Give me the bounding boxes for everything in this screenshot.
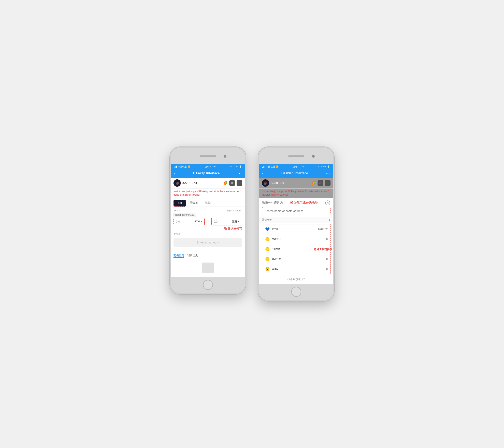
token-item-eth[interactable]: 💙 ETH 0.04152: [262, 224, 330, 234]
notice-left: Notice: We just support Rinkeby testnet …: [171, 188, 245, 198]
select-token-annotation: 选择兑换代币: [224, 227, 242, 231]
page-container: 中国联通 📶 上午 11:19 © 100% 🔋 ‹ BTswap Interf…: [170, 147, 334, 301]
adai-icon: 😮: [265, 266, 270, 272]
tab-bar-left: 兑换 资金池 奖励: [171, 198, 245, 207]
back-button-left[interactable]: ‹: [174, 171, 175, 176]
weth-name: WETH: [272, 238, 281, 241]
wifi-icon-right: 📶: [276, 165, 279, 168]
token-item-adai[interactable]: 😮 aDAI 0: [262, 264, 330, 274]
history-placeholder: [202, 263, 214, 273]
token-list-header: 通证名称 ↓: [259, 217, 333, 223]
nav-bar-left: ‹ BTswap Interface ···: [171, 169, 245, 178]
status-bar-right: 中国联通 📶 上午 11:20 © 100% 🔋: [259, 164, 333, 169]
history-tabs-left: 交易历史 我的历史: [171, 252, 245, 258]
speaker-left: [200, 155, 216, 157]
phone-bottom-left: [171, 277, 245, 293]
eth-icon: 💙: [265, 226, 270, 232]
signal-icon-right: ©: [230, 165, 232, 168]
adai-name: aDAI: [272, 268, 279, 271]
color-icon-left: 🌈: [223, 181, 228, 185]
menu-icon-left[interactable]: ⋯: [236, 180, 242, 186]
status-bar-left: 中国联通 📶 上午 11:19 © 100% 🔋: [171, 164, 245, 169]
screen-right: 中国联通 📶 上午 11:20 © 100% 🔋 ‹ BTswap Interf…: [259, 164, 333, 284]
token-item-0xbtc[interactable]: 🤔 0xBTC 0: [262, 254, 330, 264]
settings-icon-right[interactable]: ⚙: [318, 180, 323, 186]
from-token-selector[interactable]: ETH ∨: [193, 218, 204, 225]
phone-left: 中国联通 📶 上午 11:19 © 100% 🔋 ‹ BTswap Interf…: [170, 147, 246, 294]
contract-annotation: 输入代币或合约地址: [283, 200, 325, 205]
carrier-left: 中国联通: [178, 165, 187, 168]
weth-balance: 0: [326, 238, 328, 241]
battery-icon-left: 🔋: [239, 165, 242, 168]
signal-icon-r: [262, 166, 265, 168]
to-label: To (estimated): [226, 209, 241, 212]
to-token-row: 选择 ∨: [211, 218, 242, 225]
tab-reward-left[interactable]: 奖励: [202, 200, 214, 207]
from-token-row: ETH ∨: [174, 218, 205, 225]
avatar-left: 🐞: [174, 179, 181, 187]
modal-header: 选择一个通证 ⑦ 输入代币或合约地址 ✕: [259, 198, 333, 207]
modal-close-button[interactable]: ✕: [325, 200, 330, 205]
phone-bottom-right: [259, 284, 333, 300]
account-row-left: 🐞 0x5f1f...e72E 🌈 ⚙ ⋯: [171, 178, 245, 188]
tusd-name: TUSD: [272, 248, 280, 251]
to-token-selector[interactable]: 选择 ∨: [230, 218, 242, 225]
balance-row: Balance: 0.04152 -: [174, 213, 242, 217]
battery-icon-right: 🔋: [327, 165, 330, 168]
0xbtc-icon: 🤔: [265, 256, 270, 262]
carrier-right: 中国联通: [266, 165, 275, 168]
adai-balance: 0: [326, 268, 328, 270]
home-button-left[interactable]: [203, 280, 213, 290]
avatar-right: 🐞: [262, 179, 269, 187]
nav-title-left: BTswap Interface: [193, 171, 220, 175]
weth-icon: 🤔: [265, 236, 270, 242]
balance-tag: Balance: 0.04152: [174, 213, 196, 217]
token-not-found: 找不到该通证?: [259, 275, 333, 284]
wifi-icon-left: 📶: [187, 165, 190, 168]
token-list-header-text: 通证名称: [262, 218, 272, 222]
screen-left: 中国联通 📶 上午 11:19 © 100% 🔋 ‹ BTswap Interf…: [171, 164, 245, 277]
swap-labels: From To (estimated): [174, 209, 242, 212]
signal-icon: [174, 166, 177, 168]
camera-left: [224, 155, 226, 158]
account-icons-left: ⚙ ⋯: [229, 180, 242, 186]
more-button-left[interactable]: ···: [238, 171, 242, 176]
price-label: Price: [174, 233, 180, 235]
eth-name: ETH: [272, 228, 278, 231]
tab-exchange-left[interactable]: 兑换: [174, 200, 186, 207]
time-right: 上午 11:20: [293, 165, 304, 168]
menu-icon-right[interactable]: ⋯: [325, 180, 330, 186]
modal-title: 选择一个通证 ⑦: [262, 201, 283, 205]
account-icons-right: ⚙ ⋯: [318, 180, 330, 186]
back-button-right[interactable]: ‹: [262, 171, 264, 176]
swap-arrow-icon: →: [206, 220, 210, 224]
tab-pool-left[interactable]: 资金池: [187, 200, 201, 207]
battery-right: 100%: [321, 165, 326, 168]
home-button-right[interactable]: [291, 287, 301, 297]
from-amount-input[interactable]: [174, 218, 193, 225]
nav-bar-right: ‹ BTswap Interface ···: [259, 169, 333, 178]
phone-right: 中国联通 📶 上午 11:20 © 100% 🔋 ‹ BTswap Interf…: [258, 147, 334, 301]
price-row: Price -: [174, 232, 242, 236]
search-box: [262, 207, 330, 215]
history-tab-mine[interactable]: 我的历史: [187, 254, 198, 258]
account-row-right: 🐞 0x5f1f...e72E 🌈 ⚙ ⋯: [259, 178, 333, 188]
direct-select-annotation: 也可直接选择代币: [314, 247, 333, 251]
phone-top-right: [259, 148, 333, 164]
history-tab-all[interactable]: 交易历史: [174, 254, 184, 258]
search-input[interactable]: [262, 207, 330, 215]
battery-left: 100%: [233, 165, 238, 168]
settings-icon-left[interactable]: ⚙: [229, 180, 235, 186]
history-content-left: [171, 258, 245, 277]
more-button-right[interactable]: ···: [326, 171, 330, 176]
enter-amount-button[interactable]: Enter an amount: [174, 238, 242, 247]
from-label: From: [174, 209, 180, 212]
price-value: -: [241, 233, 241, 235]
0xbtc-balance: 0: [326, 257, 328, 261]
account-address-left: 0x5f1f...e72E: [182, 182, 222, 185]
to-amount-input[interactable]: [212, 218, 230, 225]
signal-icon-right2: ©: [318, 165, 320, 168]
token-item-weth[interactable]: 🤔 WETH 0: [262, 234, 330, 244]
notice-right: Notice: We just support Rinkeby testnet …: [259, 188, 333, 198]
sort-icon[interactable]: ↓: [328, 218, 330, 222]
